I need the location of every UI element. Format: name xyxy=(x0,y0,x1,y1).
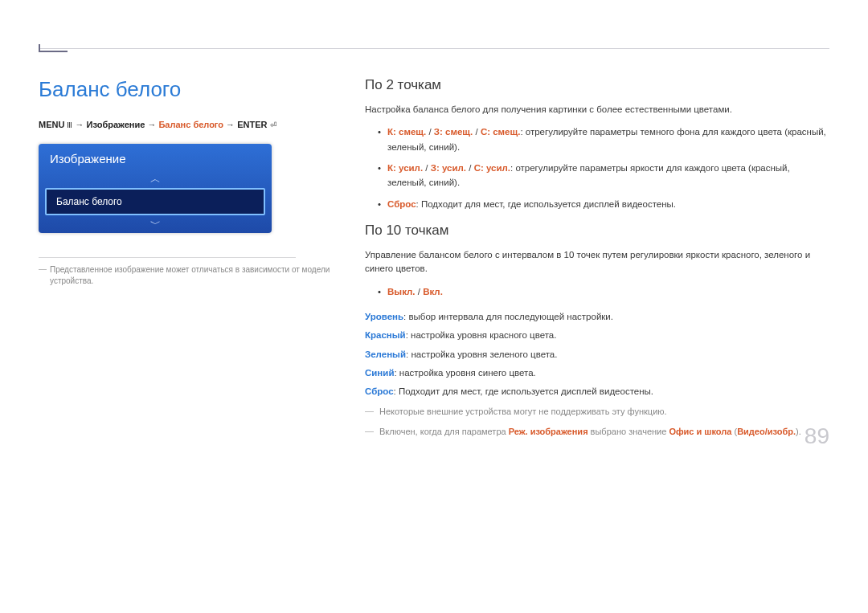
definition-row: Уровень: выбор интервала для последующей… xyxy=(365,310,829,324)
desc: : выбор интервала для последующей настро… xyxy=(403,312,613,321)
chevron-up-icon[interactable]: ︿ xyxy=(39,170,272,188)
desc: : настройка уровня красного цвета. xyxy=(406,330,557,340)
text: выбрано значение xyxy=(588,427,669,436)
term: Зеленый xyxy=(365,349,406,359)
footnote-2: Включен, когда для параметра Реж. изобра… xyxy=(365,425,829,439)
osd-menu-selected-item[interactable]: Баланс белого xyxy=(45,188,265,215)
breadcrumb-enter: ENTER xyxy=(237,120,267,129)
menu-icon: Ⅲ xyxy=(67,121,72,129)
term: Реж. изображения xyxy=(509,427,588,436)
section-1-intro: Настройка баланса белого для получения к… xyxy=(365,103,829,116)
term: Красный xyxy=(365,330,406,340)
osd-menu-header: Изображение xyxy=(39,144,272,170)
breadcrumb-sep: → xyxy=(147,120,158,129)
term: Вкл. xyxy=(423,287,443,296)
list-item: Выкл. / Вкл. xyxy=(378,284,829,299)
term: Синий xyxy=(365,368,394,378)
page-number: 89 xyxy=(805,423,829,449)
left-divider xyxy=(39,257,296,258)
breadcrumb-p2: Баланс белого xyxy=(158,120,223,129)
term: З: смещ. xyxy=(434,127,473,137)
osd-menu: Изображение ︿ Баланс белого ﹀ xyxy=(39,144,272,233)
definition-row: Зеленый: настройка уровня зеленого цвета… xyxy=(365,348,829,362)
term: К: смещ. xyxy=(387,127,426,137)
chevron-down-icon[interactable]: ﹀ xyxy=(39,215,272,233)
section-2-definitions: Уровень: выбор интервала для последующей… xyxy=(365,310,829,398)
right-column: По 2 точкам Настройка баланса белого для… xyxy=(365,77,829,441)
desc: : настройка уровня зеленого цвета. xyxy=(406,349,557,359)
breadcrumb: MENU Ⅲ → Изображение → Баланс белого → E… xyxy=(39,120,336,129)
list-item: К: усил. / З: усил. / С: усил.: отрегули… xyxy=(378,161,829,190)
definition-row: Сброс: Подходит для мест, где использует… xyxy=(365,385,829,398)
definition-row: Синий: настройка уровня синего цвета. xyxy=(365,366,829,380)
section-1-heading: По 2 точкам xyxy=(365,77,829,93)
sep: / xyxy=(416,287,424,296)
breadcrumb-sep: → xyxy=(226,120,237,129)
term: Офис и школа xyxy=(669,427,731,436)
term: К: усил. xyxy=(387,163,423,173)
text: Включен, когда для параметра xyxy=(379,427,509,436)
term: Сброс xyxy=(387,199,416,209)
section-2-heading: По 10 точкам xyxy=(365,223,829,239)
footnote-1: Некоторые внешние устройства могут не по… xyxy=(365,405,829,419)
sep: / xyxy=(473,127,481,137)
sep: / xyxy=(423,163,431,173)
term: Видео/изобр. xyxy=(737,427,796,436)
desc: : настройка уровня синего цвета. xyxy=(394,368,535,378)
left-footnote: Представленное изображение может отличат… xyxy=(39,264,336,287)
term: С: усил. xyxy=(474,163,510,173)
desc: : Подходит для мест, где используется ди… xyxy=(416,199,676,209)
breadcrumb-menu: MENU xyxy=(39,120,64,129)
header-rule xyxy=(39,48,829,49)
term: З: усил. xyxy=(431,163,466,173)
desc: : Подходит для мест, где используется ди… xyxy=(394,386,653,396)
definition-row: Красный: настройка уровня красного цвета… xyxy=(365,329,829,342)
sep: / xyxy=(466,163,474,173)
section-2-intro: Управление балансом белого с интервалом … xyxy=(365,248,829,276)
breadcrumb-p1: Изображение xyxy=(87,120,145,129)
list-item: К: смещ. / З: смещ. / С: смещ.: отрегули… xyxy=(378,125,829,154)
breadcrumb-sep: → xyxy=(76,120,87,129)
text: ). xyxy=(796,427,801,436)
page-title: Баланс белого xyxy=(39,77,336,102)
sep: / xyxy=(426,127,434,137)
section-1-bullets: К: смещ. / З: смещ. / С: смещ.: отрегули… xyxy=(365,125,829,211)
header-mark-icon xyxy=(39,44,68,52)
term: Уровень xyxy=(365,312,403,321)
left-column: Баланс белого MENU Ⅲ → Изображение → Бал… xyxy=(39,77,336,441)
term: Сброс xyxy=(365,386,394,396)
section-2-bullets: Выкл. / Вкл. xyxy=(365,284,829,299)
enter-icon: ⏎ xyxy=(270,121,276,129)
list-item: Сброс: Подходит для мест, где использует… xyxy=(378,197,829,211)
term: С: смещ. xyxy=(481,127,521,137)
term: Выкл. xyxy=(387,287,416,296)
